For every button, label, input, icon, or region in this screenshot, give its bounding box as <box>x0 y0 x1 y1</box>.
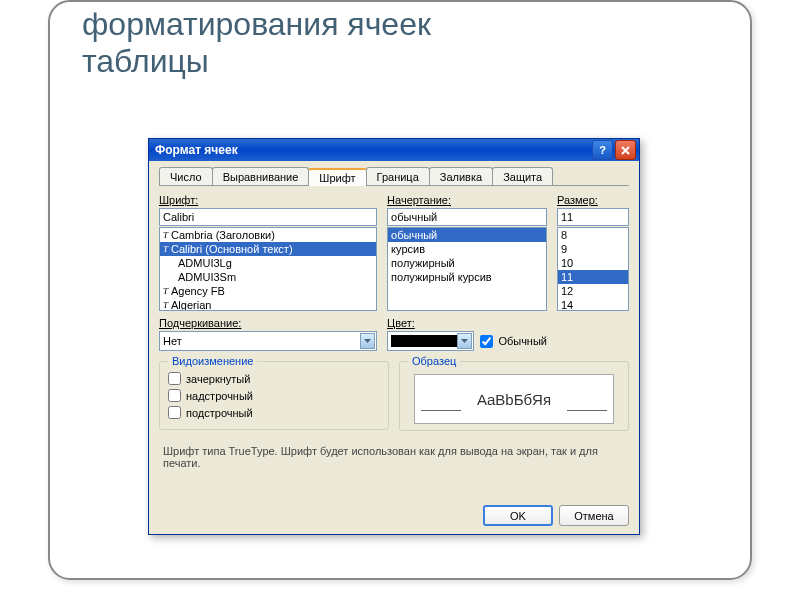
size-item-14[interactable]: 14 <box>558 298 628 311</box>
font-row: Шрифт: TCambria (Заголовки) TCalibri (Ос… <box>159 194 629 311</box>
underline-value: Нет <box>163 335 182 347</box>
color-combo[interactable] <box>387 331 474 351</box>
info-text: Шрифт типа TrueType. Шрифт будет использ… <box>163 445 625 469</box>
size-item-11[interactable]: 11 <box>558 270 628 284</box>
font-item-admui3lg[interactable]: ADMUI3Lg <box>160 256 376 270</box>
font-listbox[interactable]: TCambria (Заголовки) TCalibri (Основной … <box>159 227 377 311</box>
effects-sample-row: Видоизменение зачеркнутый надстрочный по… <box>159 351 629 431</box>
chevron-down-icon <box>457 333 472 349</box>
titlebar[interactable]: Формат ячеек ? <box>149 139 639 161</box>
close-button[interactable] <box>615 140 636 160</box>
tab-border[interactable]: Граница <box>366 167 430 185</box>
font-item-admui3sm[interactable]: ADMUI3Sm <box>160 270 376 284</box>
style-item-bolditalic[interactable]: полужирный курсив <box>388 270 546 284</box>
sample-preview: AaBbБбЯя <box>414 374 614 424</box>
truetype-icon: T <box>163 230 168 240</box>
close-icon <box>621 146 630 155</box>
sample-group: Образец AaBbБбЯя <box>399 361 629 431</box>
size-item-8[interactable]: 8 <box>558 228 628 242</box>
tab-font[interactable]: Шрифт <box>308 168 366 186</box>
truetype-icon: T <box>163 300 168 310</box>
normal-font-checkbox[interactable]: Обычный <box>480 335 547 348</box>
dialog-body: Число Выравнивание Шрифт Граница Заливка… <box>149 161 639 497</box>
dialog-title: Формат ячеек <box>155 143 590 157</box>
chevron-down-icon <box>360 333 375 349</box>
truetype-icon: T <box>163 244 168 254</box>
size-input[interactable] <box>557 208 629 226</box>
style-listbox[interactable]: обычный курсив полужирный полужирный кур… <box>387 227 547 311</box>
underline-label: Подчеркивание: <box>159 317 377 329</box>
sample-text: AaBbБбЯя <box>477 391 551 408</box>
help-button[interactable]: ? <box>592 140 613 160</box>
strikethrough-checkbox[interactable]: зачеркнутый <box>168 372 380 385</box>
size-item-9[interactable]: 9 <box>558 242 628 256</box>
font-label: Шрифт: <box>159 194 377 206</box>
style-item-italic[interactable]: курсив <box>388 242 546 256</box>
normal-font-check-input[interactable] <box>480 335 493 348</box>
cancel-button[interactable]: Отмена <box>559 505 629 526</box>
style-input[interactable] <box>387 208 547 226</box>
normal-font-check-label: Обычный <box>498 335 547 347</box>
style-item-regular[interactable]: обычный <box>388 228 546 242</box>
tab-number[interactable]: Число <box>159 167 213 185</box>
font-item-cambria[interactable]: TCambria (Заголовки) <box>160 228 376 242</box>
font-item-calibri[interactable]: TCalibri (Основной текст) <box>160 242 376 256</box>
effects-group: Видоизменение зачеркнутый надстрочный по… <box>159 361 389 430</box>
effects-title: Видоизменение <box>168 355 257 367</box>
button-bar: OK Отмена <box>149 497 639 534</box>
truetype-icon: T <box>163 286 168 296</box>
title-line-2: таблицы <box>82 43 209 79</box>
slide-title: форматирования ячеек таблицы <box>82 6 431 80</box>
tab-alignment[interactable]: Выравнивание <box>212 167 310 185</box>
font-input[interactable] <box>159 208 377 226</box>
font-item-agencyfb[interactable]: TAgency FB <box>160 284 376 298</box>
ok-button[interactable]: OK <box>483 505 553 526</box>
size-item-10[interactable]: 10 <box>558 256 628 270</box>
tabstrip: Число Выравнивание Шрифт Граница Заливка… <box>159 167 629 186</box>
font-item-algerian[interactable]: TAlgerian <box>160 298 376 311</box>
superscript-checkbox[interactable]: надстрочный <box>168 389 380 402</box>
color-label: Цвет: <box>387 317 547 329</box>
subscript-checkbox[interactable]: подстрочный <box>168 406 380 419</box>
tab-protection[interactable]: Защита <box>492 167 553 185</box>
style-item-bold[interactable]: полужирный <box>388 256 546 270</box>
size-listbox[interactable]: 8 9 10 11 12 14 <box>557 227 629 311</box>
underline-color-row: Подчеркивание: Нет Цвет: Обычный <box>159 317 629 351</box>
size-item-12[interactable]: 12 <box>558 284 628 298</box>
tab-fill[interactable]: Заливка <box>429 167 493 185</box>
title-line-1: форматирования ячеек <box>82 6 431 42</box>
sample-title: Образец <box>408 355 460 367</box>
style-label: Начертание: <box>387 194 547 206</box>
size-label: Размер: <box>557 194 629 206</box>
format-cells-dialog: Формат ячеек ? Число Выравнивание Шрифт … <box>148 138 640 535</box>
underline-combo[interactable]: Нет <box>159 331 377 351</box>
